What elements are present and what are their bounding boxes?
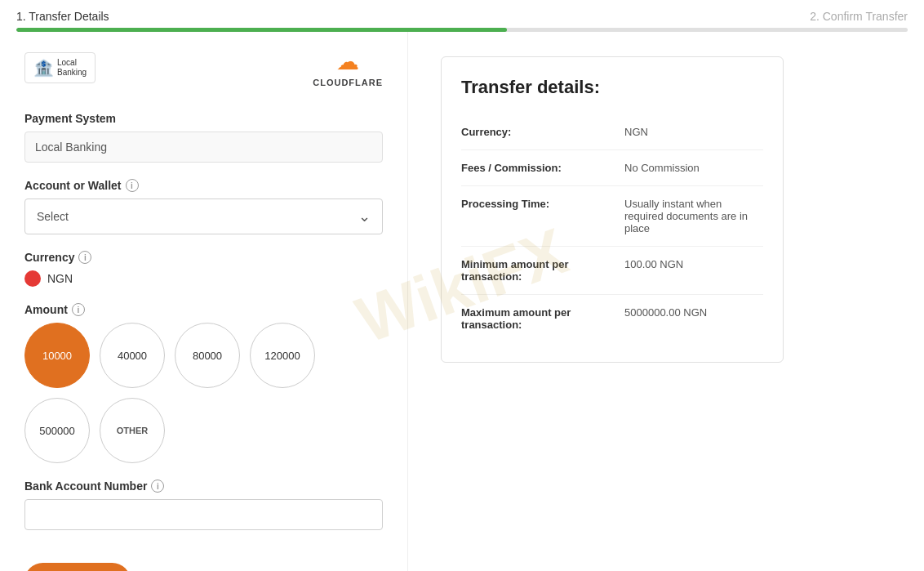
detail-value-min: 100.00 NGN: [624, 258, 763, 270]
left-panel: 🏦 Local Banking ☁ CLOUDFLARE Payment Sys…: [0, 32, 408, 571]
amount-btn-other[interactable]: OTHER: [100, 398, 165, 463]
detail-row-max: Maximum amount per transaction: 5000000.…: [461, 295, 763, 342]
bank-account-label: Bank Account Number i: [24, 480, 383, 493]
currency-flag-icon: [24, 270, 41, 287]
amount-btn-80000[interactable]: 80000: [175, 323, 240, 388]
currency-row: NGN: [24, 270, 383, 287]
detail-row-processing: Processing Time: Usually instant when re…: [461, 186, 763, 247]
transfer-details-title: Transfer details:: [461, 77, 763, 98]
amount-btn-120000[interactable]: 120000: [250, 323, 315, 388]
logos-row: 🏦 Local Banking ☁ CLOUDFLARE: [24, 48, 383, 87]
currency-value: NGN: [47, 272, 73, 285]
payment-system-section: Payment System Local Banking: [24, 112, 383, 163]
detail-key-min: Minimum amount per transaction:: [461, 258, 624, 283]
bank-icon: 🏦: [33, 58, 54, 78]
detail-row-fees: Fees / Commission: No Commission: [461, 150, 763, 186]
bank-account-info-icon[interactable]: i: [151, 480, 164, 493]
bank-account-section: Bank Account Number i: [24, 480, 383, 530]
amount-info-icon[interactable]: i: [72, 303, 85, 316]
amount-section: Amount i 10000 40000 80000 120000 500000…: [24, 303, 383, 463]
detail-row-min: Minimum amount per transaction: 100.00 N…: [461, 247, 763, 295]
detail-value-currency: NGN: [624, 126, 763, 138]
step1-label: 1. Transfer Details: [16, 10, 109, 23]
bank-account-input[interactable]: [24, 499, 383, 530]
account-wallet-section: Account or Wallet i Select ⌄: [24, 179, 383, 234]
detail-key-fees: Fees / Commission:: [461, 162, 624, 174]
amount-btn-40000[interactable]: 40000: [100, 323, 165, 388]
amount-btn-500000[interactable]: 500000: [24, 398, 90, 463]
account-wallet-selected-value: Select: [37, 210, 69, 223]
bank-label: Local Banking: [57, 58, 87, 78]
transfer-details-card: Transfer details: Currency: NGN Fees / C…: [441, 56, 784, 363]
account-wallet-label: Account or Wallet i: [24, 179, 383, 192]
account-wallet-dropdown[interactable]: Select ⌄: [24, 199, 383, 234]
detail-key-currency: Currency:: [461, 126, 624, 138]
step2-label: 2. Confirm Transfer: [810, 10, 908, 23]
detail-key-max: Maximum amount per transaction:: [461, 306, 624, 331]
chevron-down-icon: ⌄: [358, 207, 371, 225]
confirm-button[interactable]: Confirm: [24, 563, 131, 571]
detail-value-max: 5000000.00 NGN: [624, 306, 763, 319]
right-panel: Transfer details: Currency: NGN Fees / C…: [408, 32, 924, 571]
detail-value-processing: Usually instant when required documents …: [624, 198, 763, 234]
account-wallet-info-icon[interactable]: i: [126, 179, 139, 192]
cloudflare-logo: ☁ CLOUDFLARE: [313, 48, 383, 87]
local-banking-logo: 🏦 Local Banking: [24, 52, 96, 83]
payment-system-value: Local Banking: [24, 132, 383, 163]
detail-row-currency: Currency: NGN: [461, 114, 763, 150]
amount-label: Amount i: [24, 303, 383, 316]
detail-key-processing: Processing Time:: [461, 198, 624, 210]
payment-system-label: Payment System: [24, 112, 383, 125]
amount-buttons: 10000 40000 80000 120000 500000 OTHER: [24, 323, 383, 463]
cloudflare-cloud-icon: ☁: [336, 48, 359, 75]
currency-info-icon[interactable]: i: [78, 251, 91, 264]
cloudflare-label: CLOUDFLARE: [313, 78, 383, 87]
currency-label: Currency i: [24, 251, 383, 264]
detail-value-fees: No Commission: [624, 162, 763, 174]
amount-btn-10000[interactable]: 10000: [24, 323, 90, 388]
currency-section: Currency i NGN: [24, 251, 383, 287]
